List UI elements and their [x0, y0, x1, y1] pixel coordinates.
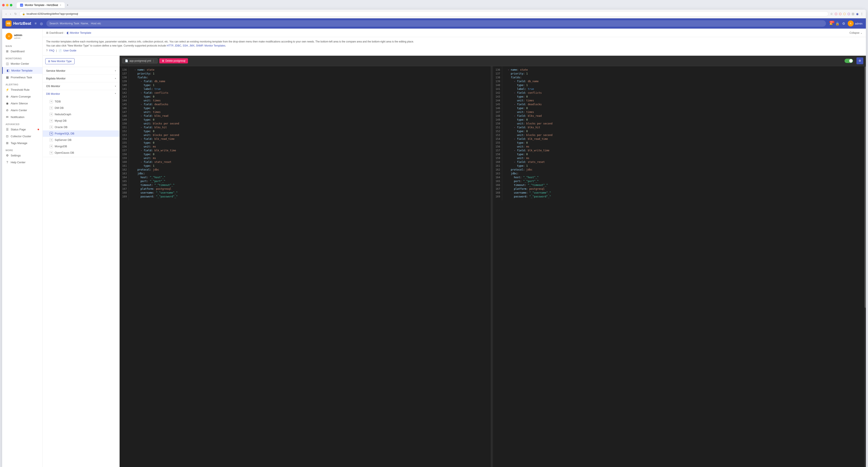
scrollbar-thumb[interactable]	[865, 67, 866, 308]
http-link[interactable]: HTTP	[167, 44, 173, 47]
github-icon[interactable]: ◎	[40, 22, 43, 26]
subitem-nebula-graph[interactable]: 👁 NebulaGraph	[43, 111, 119, 118]
monitor-center-icon: ◫	[5, 62, 9, 65]
sidebar-item-alarm-converge[interactable]: ⊕ Alarm Converge	[2, 93, 42, 100]
jmx-link[interactable]: JMX	[189, 44, 194, 47]
extension-icon-3[interactable]: ⬡	[843, 12, 846, 15]
tidb-label: TiDB	[55, 100, 61, 103]
cat-os-monitor-header[interactable]: OS Monitor ▾	[43, 82, 119, 90]
collapse-button[interactable]: Collapse ⌄	[849, 31, 863, 34]
right-code-content[interactable]: - name: state priority: 1 fields: - fiel…	[502, 66, 864, 200]
editor-toolbar: 📄 app-postgresql.yml ⋮ 🗑 Delete postgres…	[120, 56, 866, 66]
help-icon: ?	[5, 161, 9, 164]
active-tab[interactable]: HB Monitor Template - HertzBeat ×	[17, 2, 65, 8]
sidebar-item-tags-manage[interactable]: ⊞ Tags Manage	[2, 140, 42, 146]
sidebar-item-monitor-template[interactable]: ◧ Monitor Template	[2, 67, 42, 74]
traffic-lights[interactable]	[2, 4, 12, 6]
subitem-dm-db[interactable]: 👁 DM DB	[43, 105, 119, 111]
sidebar-role: admin	[14, 37, 22, 39]
forward-button[interactable]: ›	[9, 12, 12, 16]
search-bar[interactable]: Search: Monitoring Task: Name、Host etc	[46, 20, 826, 27]
user-profile-icon[interactable]: ◉	[856, 12, 859, 15]
monitor-templates-link[interactable]: Monitor Templates	[205, 44, 225, 47]
subitem-tidb[interactable]: 👁 TiDB	[43, 98, 119, 105]
extensions-button[interactable]: ⊡	[852, 12, 854, 15]
sidebar-item-label: DashBoard	[11, 50, 25, 53]
snmp-link[interactable]: SNMP	[196, 44, 203, 47]
sidebar-item-notification[interactable]: ✉ Notification	[2, 113, 42, 121]
lock-icon: 🔒	[22, 12, 25, 15]
extension-icon-4[interactable]: ⬡	[847, 12, 850, 15]
cat-bigdata-monitor-header[interactable]: Bigdata Monitor ▾	[43, 75, 119, 82]
code-editor: 📄 app-postgresql.yml ⋮ 🗑 Delete postgres…	[120, 56, 866, 467]
main-layout: A admin admin Main ⊞ DashBoard Monitorin…	[2, 29, 866, 467]
sidebar-item-label: Alarm Center	[11, 109, 27, 112]
breadcrumb-monitor-template[interactable]: ◧ Monitor Template	[67, 31, 91, 34]
minimize-button[interactable]	[6, 4, 8, 6]
sidebar-item-monitor-center[interactable]: ◫ Monitor Center	[2, 60, 42, 67]
sidebar-item-label: Threshold Rule	[11, 88, 29, 91]
opengauss-label: OpenGauss DB	[55, 151, 74, 154]
settings-header-icon[interactable]: ⚙	[842, 22, 845, 26]
sidebar-item-threshold-rule[interactable]: ⚡ Threshold Rule	[2, 86, 42, 93]
opengauss-eye-icon: 👁	[50, 151, 53, 155]
maximize-button[interactable]	[10, 4, 12, 6]
browser-menu-icon[interactable]: ⋮	[860, 12, 863, 15]
extension-icon-2[interactable]: ⬡	[839, 12, 841, 15]
subitem-mongodb[interactable]: 👁 MongoDB	[43, 143, 119, 149]
user-menu[interactable]: A admin	[848, 21, 863, 27]
subitem-sqlserver-db[interactable]: 👁 SqlServer DB	[43, 137, 119, 143]
subitem-oracle-db[interactable]: 👁 Oracle DB	[43, 124, 119, 130]
mongodb-eye-icon: 👁	[50, 145, 53, 148]
file-tab[interactable]: 📄 app-postgresql.yml ⋮	[122, 58, 158, 63]
code-pane-right[interactable]: 1361371381391401411421431441451461471481…	[493, 66, 864, 467]
subitem-mysql-db[interactable]: 👁 Mysql DB	[43, 118, 119, 124]
extension-icon-1[interactable]: ⬡	[835, 12, 837, 15]
logo-area: HB HertzBeat	[5, 21, 31, 27]
menu-toggle-icon[interactable]: ≡	[35, 22, 36, 25]
postgresql-eye-icon: 👁	[50, 132, 53, 135]
new-monitor-type-button[interactable]: ⊞ New Monitor Type	[45, 58, 74, 64]
jdbc-link[interactable]: JDBC	[175, 44, 181, 47]
editor-settings-button[interactable]: ⚙	[857, 58, 863, 64]
monitor-content: ⊞ New Monitor Type Service Monitor ▾	[43, 56, 866, 467]
tidb-eye-icon: 👁	[50, 100, 53, 103]
close-button[interactable]	[2, 4, 5, 6]
sidebar-item-dashboard[interactable]: ⊞ DashBoard	[2, 48, 42, 55]
delete-button[interactable]: 🗑 Delete postgresql	[159, 58, 188, 63]
cat-service-monitor-header[interactable]: Service Monitor ▾	[43, 67, 119, 74]
sidebar-item-prometheus-task[interactable]: ▦ Prometheus Task	[2, 74, 42, 81]
file-tab-menu-icon[interactable]: ⋮	[152, 59, 155, 62]
sidebar-item-status-page[interactable]: ☰ Status Page	[2, 126, 42, 133]
sidebar-item-help-center[interactable]: ? Help Center	[2, 159, 42, 166]
sidebar-item-settings[interactable]: ⚙ Settings	[2, 152, 42, 159]
lock-header-icon[interactable]: 🔒	[835, 22, 840, 26]
breadcrumb-dashboard[interactable]: ⊞ DashBoard	[46, 31, 63, 34]
back-button[interactable]: ‹	[5, 12, 7, 16]
tab-close-button[interactable]: ×	[60, 4, 61, 7]
subitem-postgresql-db[interactable]: 👁 PostgreSQL DB	[43, 130, 119, 137]
faq-link[interactable]: FAQ	[49, 49, 55, 53]
ssh-link[interactable]: SSH	[183, 44, 188, 47]
bookmark-icon[interactable]: ☆	[830, 12, 833, 15]
new-tab-button[interactable]: +	[65, 2, 71, 8]
sidebar-item-label: Alarm Silence	[11, 102, 28, 105]
collapse-label: Collapse	[849, 31, 860, 34]
toggle-switch[interactable]	[844, 59, 853, 63]
cat-db-monitor-header[interactable]: DB Monitor ▴	[43, 90, 119, 98]
subitem-opengauss-db[interactable]: 👁 OpenGauss DB	[43, 149, 119, 156]
user-guide-link[interactable]: User Guide	[63, 49, 76, 53]
code-pane-left[interactable]: 1361371381391401411421431441451461471481…	[120, 66, 491, 467]
prometheus-icon: ▦	[5, 75, 9, 79]
url-bar[interactable]: 🔒 localhost:4200/setting/define?app=post…	[20, 11, 829, 16]
sidebar-item-collector-cluster[interactable]: ⊡ Collector Cluster	[2, 133, 42, 140]
right-scrollbar[interactable]	[864, 66, 866, 467]
question-icon: ?	[46, 49, 48, 53]
pane-divider[interactable]	[491, 66, 493, 467]
sqlserver-label: SqlServer DB	[55, 138, 71, 141]
reload-button[interactable]: ↻	[13, 12, 18, 16]
toggle-control[interactable]	[844, 59, 853, 63]
sidebar-item-alarm-center[interactable]: ⊘ Alarm Center	[2, 107, 42, 113]
notification-button[interactable]: 🔔 99+	[829, 22, 833, 25]
sidebar-item-alarm-silence[interactable]: ◉ Alarm Silence	[2, 100, 42, 107]
